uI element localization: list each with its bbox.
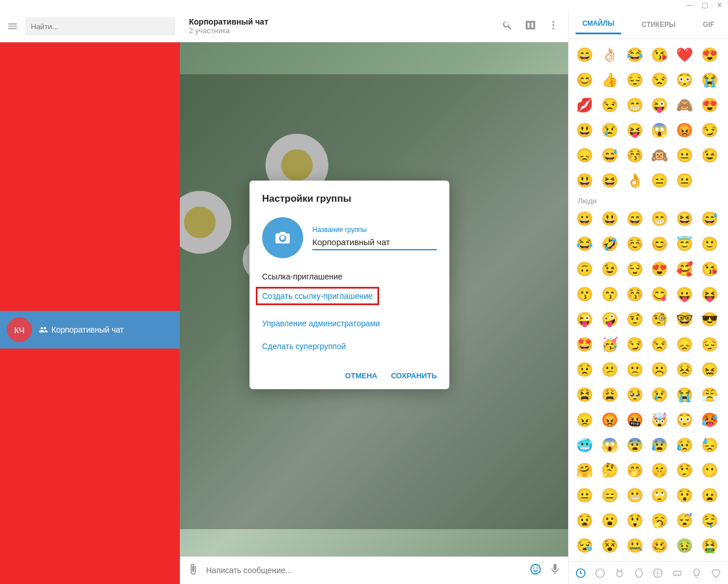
emoji-item[interactable]: 🙁	[626, 361, 644, 379]
cat-smile-icon[interactable]	[593, 566, 607, 580]
emoji-item[interactable]: 😰	[650, 436, 669, 454]
chat-list-item[interactable]: КЧ Корпоративный чат	[0, 311, 180, 349]
emoji-item[interactable]: 😱	[601, 436, 619, 454]
emoji-item[interactable]: 😁	[650, 210, 669, 228]
emoji-icon[interactable]	[529, 563, 542, 578]
emoji-item[interactable]: 😍	[701, 46, 719, 64]
emoji-item[interactable]: 🥰	[675, 260, 694, 278]
emoji-item[interactable]: 😒	[601, 96, 619, 114]
emoji-item[interactable]: 😊	[576, 71, 594, 89]
emoji-item[interactable]: 😎	[701, 310, 719, 329]
emoji-item[interactable]: 😚	[626, 146, 644, 165]
search-icon[interactable]	[502, 19, 513, 33]
emoji-item[interactable]: 🥶	[576, 436, 594, 454]
emoji-item[interactable]: 😠	[576, 411, 594, 429]
emoji-item[interactable]: 💋	[576, 96, 594, 114]
search-input[interactable]	[25, 17, 175, 35]
emoji-item[interactable]: 🥱	[650, 511, 669, 530]
emoji-item[interactable]: 😦	[701, 486, 719, 505]
emoji-item[interactable]: 😝	[701, 285, 719, 303]
mic-icon[interactable]	[549, 563, 561, 578]
emoji-item[interactable]: 😆	[675, 210, 694, 228]
cat-travel-icon[interactable]	[670, 566, 684, 580]
emoji-item[interactable]: 😂	[626, 46, 644, 64]
emoji-item[interactable]: 😔	[626, 71, 644, 89]
emoji-item[interactable]: 🙉	[650, 146, 669, 165]
emoji-item[interactable]: 😭	[701, 71, 719, 89]
emoji-item[interactable]: 😅	[701, 210, 719, 228]
emoji-item[interactable]: 😜	[576, 310, 594, 329]
window-close-icon[interactable]: ✕	[715, 1, 723, 9]
emoji-item[interactable]: 😜	[650, 96, 669, 114]
emoji-item[interactable]: 😭	[675, 386, 694, 404]
emoji-item[interactable]: 🤨	[626, 310, 644, 329]
emoji-item[interactable]: 😍	[701, 96, 719, 114]
emoji-scroll[interactable]: 😄👌🏻😂😘❤️😍😊👍😔😒😳😭💋😒😁😜🙈😍😃😢😝😱😡😏😞😅😚🙉😐😉😃😆👌😑😐 Лю…	[569, 39, 728, 561]
emoji-item[interactable]: 🤪	[601, 310, 619, 329]
emoji-item[interactable]: 😄	[576, 46, 594, 64]
emoji-item[interactable]: 😥	[675, 436, 694, 454]
emoji-item[interactable]: 😒	[650, 335, 669, 354]
emoji-item[interactable]: 😄	[626, 210, 644, 228]
emoji-item[interactable]: 😁	[626, 96, 644, 114]
emoji-item[interactable]: 🤤	[701, 511, 719, 530]
emoji-item[interactable]: 😐	[675, 171, 694, 190]
emoji-item[interactable]: ❤️	[675, 46, 694, 64]
emoji-item[interactable]: 😍	[650, 260, 669, 278]
emoji-item[interactable]: 🤥	[675, 461, 694, 479]
emoji-item[interactable]: 😋	[650, 285, 669, 303]
emoji-item[interactable]: 😃	[576, 171, 594, 190]
emoji-item[interactable]: 😊	[650, 235, 669, 253]
emoji-item[interactable]: ☹️	[650, 361, 669, 379]
emoji-item[interactable]: 🤫	[650, 461, 669, 479]
emoji-item[interactable]: 🤩	[576, 335, 594, 354]
attach-icon[interactable]	[187, 563, 199, 578]
emoji-item[interactable]: 😡	[675, 121, 694, 139]
cancel-button[interactable]: ОТМЕНА	[345, 371, 377, 380]
emoji-item[interactable]: 😅	[601, 146, 619, 165]
emoji-item[interactable]: 😉	[701, 146, 719, 165]
emoji-item[interactable]: ☺️	[626, 235, 644, 253]
emoji-item[interactable]: 😟	[576, 361, 594, 379]
emoji-item[interactable]: 😮	[601, 511, 619, 530]
manage-admins-link[interactable]: Управление администраторами	[258, 315, 384, 331]
emoji-item[interactable]: 😞	[675, 335, 694, 354]
emoji-item[interactable]: 😬	[626, 486, 644, 505]
emoji-item[interactable]: 😐	[576, 486, 594, 505]
group-photo-button[interactable]	[262, 217, 303, 258]
emoji-item[interactable]: 😞	[576, 146, 594, 165]
emoji-item[interactable]: 😘	[650, 46, 669, 64]
emoji-item[interactable]: 😓	[701, 436, 719, 454]
emoji-item[interactable]: 🙂	[701, 235, 719, 253]
emoji-item[interactable]: 🤬	[626, 411, 644, 429]
save-button[interactable]: СОХРАНИТЬ	[391, 371, 437, 380]
tab-emoji[interactable]: СМАЙЛЫ	[576, 16, 621, 34]
emoji-item[interactable]: 😇	[675, 235, 694, 253]
emoji-item[interactable]: 😱	[650, 121, 669, 139]
emoji-item[interactable]: 🤭	[626, 461, 644, 479]
emoji-item[interactable]: 😴	[675, 511, 694, 530]
emoji-item[interactable]: 😌	[626, 260, 644, 278]
emoji-item[interactable]: 😨	[626, 436, 644, 454]
emoji-item[interactable]: 🤔	[601, 461, 619, 479]
emoji-item[interactable]: 😢	[650, 386, 669, 404]
emoji-item[interactable]: 🤢	[675, 537, 694, 555]
emoji-item[interactable]: 🤓	[675, 310, 694, 329]
emoji-item[interactable]: 🥳	[601, 335, 619, 354]
tab-stickers[interactable]: СТИКЕРЫ	[635, 17, 682, 32]
emoji-item[interactable]: 🧐	[650, 310, 669, 329]
emoji-item[interactable]: 🤐	[626, 537, 644, 555]
emoji-item[interactable]: 🙄	[650, 486, 669, 505]
emoji-item[interactable]: 😖	[701, 361, 719, 379]
emoji-item[interactable]: 😂	[576, 235, 594, 253]
emoji-item[interactable]: 😀	[576, 210, 594, 228]
emoji-item[interactable]: 😳	[675, 411, 694, 429]
cat-activity-icon[interactable]	[651, 566, 665, 580]
create-invite-link[interactable]: Создать ссылку-приглашение	[262, 291, 373, 301]
emoji-item[interactable]: 😏	[626, 335, 644, 354]
emoji-item[interactable]: 😕	[601, 361, 619, 379]
cat-recent-icon[interactable]	[574, 566, 588, 580]
emoji-item[interactable]: 😧	[576, 511, 594, 530]
emoji-item[interactable]: 🤯	[650, 411, 669, 429]
emoji-item[interactable]: 😗	[576, 285, 594, 303]
